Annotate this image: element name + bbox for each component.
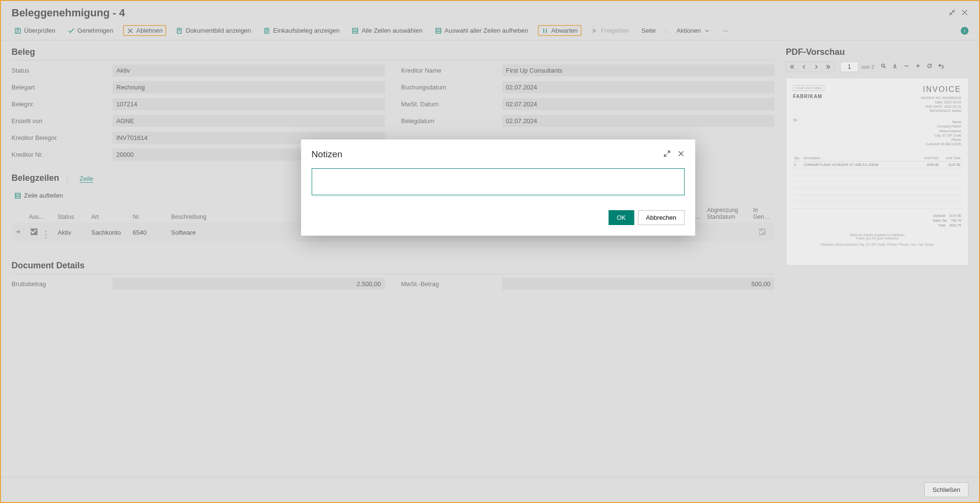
page-frame: Beleggenehmigung - 4 Überprüfen Genehmig…	[0, 0, 980, 503]
modal-expand-icon[interactable]	[657, 150, 670, 159]
notes-modal-title: Notizen	[311, 149, 342, 160]
modal-ok-button[interactable]: OK	[608, 210, 634, 225]
notes-modal: Notizen OK Abbrechen	[301, 139, 695, 236]
modal-cancel-button[interactable]: Abbrechen	[638, 210, 684, 225]
notes-textarea[interactable]	[311, 168, 684, 195]
modal-close-icon[interactable]	[670, 150, 684, 159]
modal-overlay	[1, 1, 979, 502]
